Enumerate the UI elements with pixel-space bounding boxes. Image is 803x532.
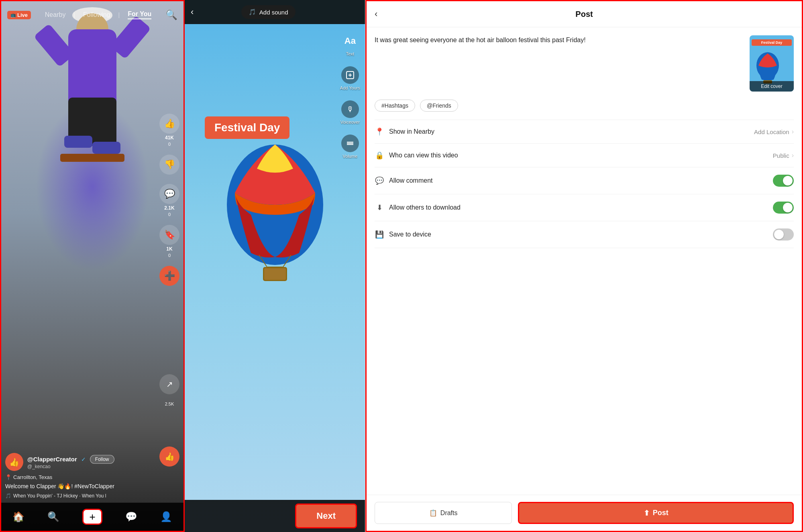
feed-tabs: Nearby | Following | For You — [45, 10, 151, 19]
home-icon: 🏠 — [12, 511, 24, 522]
drafts-icon: 📋 — [429, 509, 437, 517]
voiceover-label: Voiceover — [340, 120, 360, 124]
dislike-action[interactable]: 👎 — [159, 155, 179, 176]
add-icon[interactable]: ➕ — [159, 266, 179, 286]
post-footer: 📋 Drafts ⬆ Post — [367, 495, 802, 531]
friends-pill[interactable]: @Friends — [420, 100, 458, 112]
nearby-tab[interactable]: Nearby — [45, 11, 66, 18]
nav-chat[interactable]: 💬 — [125, 511, 137, 522]
like-icon[interactable]: 👍 — [159, 114, 179, 134]
bookmark-action[interactable]: 🔖 1K 0 — [159, 225, 179, 258]
editor-panel: ‹ 🎵 Add sound Aa Text Add Yours 🎙 Voiceo… — [185, 0, 365, 532]
setting-show-nearby[interactable]: 📍 Show in Nearby Add Location › — [375, 120, 794, 144]
post-title: Post — [575, 10, 593, 19]
thumbnail-label: Festival Day — [752, 39, 792, 46]
chat-icon: 💬 — [125, 511, 137, 522]
skater-figure — [56, 13, 128, 166]
next-button[interactable]: Next — [295, 503, 357, 528]
post-back-button[interactable]: ‹ — [375, 9, 377, 19]
video-caption: Welcome to Clapper 👋🔥! #NewToClapper — [5, 483, 159, 491]
allow-comment-toggle[interactable] — [773, 175, 794, 187]
music-row: 🎵 When You Poppin' - TJ Hickey · When Yo… — [5, 493, 159, 499]
nav-search[interactable]: 🔍 — [47, 511, 59, 522]
edit-cover-button[interactable]: Edit cover — [750, 81, 794, 92]
post-caption[interactable]: It was great seeing everyone at the hot … — [375, 35, 744, 92]
svg-rect-11 — [264, 268, 286, 280]
add-sound-button[interactable]: 🎵 Add sound — [241, 5, 296, 19]
profile-icon: 👤 — [160, 511, 172, 522]
like-zero: 0 — [168, 142, 171, 147]
setting-download-left: ⬇ Allow others to download — [375, 203, 461, 212]
add-action[interactable]: ➕ — [159, 266, 179, 286]
post-body: It was great seeing everyone at the hot … — [367, 27, 802, 495]
setting-save-device[interactable]: 💾 Save to device — [375, 221, 794, 248]
setting-nearby-left: 📍 Show in Nearby — [375, 127, 434, 136]
like-action[interactable]: 👍 41K 0 — [159, 114, 179, 147]
editor-back-button[interactable]: ‹ — [191, 7, 194, 17]
view-arrow-icon: › — [792, 152, 794, 159]
like-count: 41K — [165, 135, 174, 141]
bookmark-icon[interactable]: 🔖 — [159, 225, 179, 245]
post-header: ‹ Post — [367, 1, 802, 27]
live-badge: Live — [7, 11, 31, 19]
toggle-knob — [783, 176, 793, 185]
voiceover-icon: 🎙 — [341, 100, 359, 118]
volume-tool[interactable]: Volume — [340, 135, 360, 159]
follow-button[interactable]: Follow — [90, 455, 114, 464]
dislike-icon[interactable]: 👎 — [159, 155, 179, 175]
skateboard — [60, 154, 124, 162]
share-button[interactable]: ↗ — [159, 374, 179, 394]
setting-view-left: 🔒 Who can view this video — [375, 151, 458, 160]
volume-label: Volume — [343, 154, 358, 159]
nav-profile[interactable]: 👤 — [160, 511, 172, 522]
drafts-label: Drafts — [440, 510, 458, 517]
nav-home[interactable]: 🏠 — [12, 511, 24, 522]
text-tool-label: Text — [346, 51, 354, 56]
editor-top-bar: ‹ 🎵 Add sound — [185, 0, 365, 24]
setting-view-label: Who can view this video — [389, 152, 458, 159]
setting-view-privacy[interactable]: 🔒 Who can view this video Public › — [375, 144, 794, 167]
verified-icon: ✓ — [81, 456, 86, 463]
feed-panel: Live Nearby | Following | For You 🔍 👍 41… — [0, 0, 185, 532]
following-tab[interactable]: Following — [83, 11, 110, 18]
comment-icon[interactable]: 💬 — [159, 184, 179, 204]
hashtag-row: #Hashtags @Friends — [375, 100, 794, 112]
add-yours-icon — [341, 66, 359, 84]
user-handle: @_kencao — [27, 464, 114, 469]
add-post-button[interactable]: + — [82, 509, 102, 525]
setting-view-right: Public › — [773, 152, 794, 159]
save-toggle-knob — [774, 230, 784, 239]
add-location-value: Add Location — [754, 128, 789, 135]
upload-icon: ⬆ — [644, 509, 650, 518]
add-yours-tool[interactable]: Add Yours — [340, 66, 360, 90]
feed-video-background — [1, 1, 183, 531]
for-you-tab[interactable]: For You — [128, 10, 151, 19]
drafts-button[interactable]: 📋 Drafts — [375, 502, 512, 524]
post-settings: 📍 Show in Nearby Add Location › 🔒 Who ca… — [375, 120, 794, 248]
allow-download-toggle[interactable] — [773, 202, 794, 214]
voiceover-tool[interactable]: 🎙 Voiceover — [340, 100, 360, 124]
clapper-logo-button[interactable]: 👍 — [159, 446, 179, 467]
user-name-row: @ClapperCreator ✓ Follow — [27, 455, 114, 464]
editor-bottom-bar: Next — [185, 500, 365, 532]
public-value: Public — [773, 152, 789, 159]
setting-save-left: 💾 Save to device — [375, 230, 431, 239]
save-device-toggle[interactable] — [773, 228, 794, 241]
setting-nearby-label: Show in Nearby — [389, 128, 434, 135]
skater-left-shoe — [64, 136, 92, 148]
hashtags-pill[interactable]: #Hashtags — [375, 100, 415, 112]
save-icon: 💾 — [375, 230, 384, 239]
text-tool[interactable]: Aa Text — [340, 32, 360, 56]
setting-allow-download[interactable]: ⬇ Allow others to download — [375, 194, 794, 221]
download-icon: ⬇ — [375, 203, 384, 212]
comment-action[interactable]: 💬 2.1K 0 — [159, 184, 179, 217]
setting-allow-comment[interactable]: 💬 Allow comment — [375, 167, 794, 194]
setting-comment-label: Allow comment — [389, 177, 432, 184]
setting-nearby-right: Add Location › — [754, 128, 794, 135]
search-icon[interactable]: 🔍 — [165, 9, 177, 20]
editor-right-tools: Aa Text Add Yours 🎙 Voiceover — [340, 32, 360, 159]
post-button[interactable]: ⬆ Post — [518, 502, 794, 524]
post-thumbnail[interactable]: Festival Day Edit cover — [750, 35, 794, 92]
download-toggle-knob — [783, 203, 793, 212]
add-yours-label: Add Yours — [340, 86, 360, 90]
